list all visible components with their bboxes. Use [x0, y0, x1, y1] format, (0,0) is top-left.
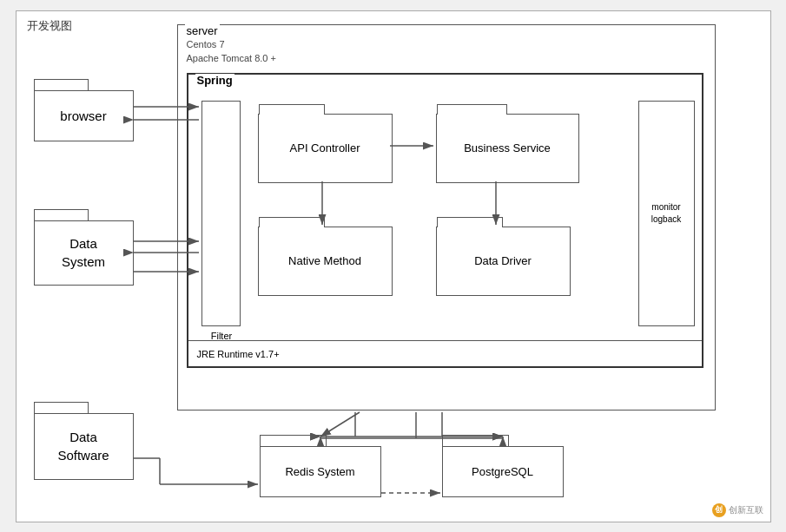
watermark: 创 创新互联 [712, 503, 763, 517]
jre-label: JRE Runtime v1.7+ [197, 349, 280, 359]
centos-label: Centos 7 Apache Tomcat 8.0 + [187, 37, 276, 66]
api-controller-tab [259, 104, 326, 115]
dev-view-label: 开发视图 [27, 18, 72, 34]
data-system-label: DataSystem [62, 234, 105, 271]
native-method-box: Native Method [258, 227, 393, 296]
redis-box: Redis System [260, 435, 381, 497]
business-service-tab [437, 104, 508, 115]
monitor-box: monitorlogback [638, 101, 695, 326]
server-box: server Centos 7 Apache Tomcat 8.0 + Spri… [177, 24, 716, 410]
data-driver-tab [437, 217, 504, 227]
business-service-label: Business Service [464, 140, 551, 155]
jre-box: JRE Runtime v1.7+ [188, 340, 702, 366]
data-driver-box: Data Driver [436, 227, 571, 296]
postgresql-label: PostgreSQL [472, 465, 533, 478]
business-service-box: Business Service [436, 114, 579, 183]
data-system-box: DataSystem [34, 209, 134, 286]
spring-label: Spring [195, 74, 234, 87]
api-controller-box: API Controller [258, 114, 393, 183]
spring-box: Spring Filter monitorlogback API Control… [187, 73, 703, 368]
data-driver-label: Data Driver [474, 253, 532, 268]
watermark-text: 创新互联 [729, 504, 763, 516]
filter-box: Filter [201, 101, 241, 326]
watermark-icon: 创 [712, 503, 726, 517]
native-method-tab [259, 217, 326, 227]
browser-label: browser [60, 108, 106, 123]
api-controller-label: API Controller [290, 140, 360, 155]
data-software-label: DataSoftware [57, 428, 109, 464]
data-software-box: DataSoftware [34, 402, 134, 480]
native-method-label: Native Method [288, 253, 361, 268]
redis-label: Redis System [285, 465, 354, 478]
diagram-container: 开发视图 server Centos 7 Apache Tomcat 8.0 +… [16, 10, 771, 522]
postgresql-box: PostgreSQL [442, 435, 564, 497]
monitor-label: monitorlogback [651, 201, 681, 226]
svg-line-11 [320, 412, 360, 437]
server-label: server [185, 24, 220, 37]
browser-box: browser [34, 79, 134, 141]
